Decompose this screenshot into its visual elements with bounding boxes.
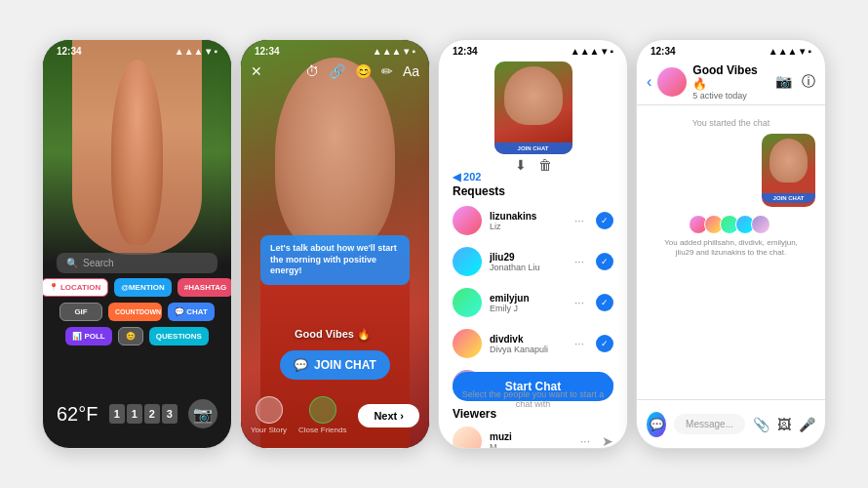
chat-bubble-icon: 💬 — [294, 358, 308, 372]
gif-sticker[interactable]: GIF — [59, 303, 102, 321]
viewer-name-1: M — [490, 442, 572, 450]
viewer-dots[interactable]: ··· — [580, 434, 590, 448]
download-icon[interactable]: ⬇ — [515, 157, 527, 173]
viewer-avatar-1 — [453, 427, 482, 449]
close-friends-item[interactable]: Close Friends — [298, 396, 346, 434]
wifi-icon: ▾ — [206, 46, 211, 57]
viewer-info-1: muzi M — [490, 431, 572, 450]
back-button[interactable]: ‹ — [647, 73, 651, 91]
chat-title-area: Good Vibes 🔥 5 active today — [692, 63, 769, 101]
face-detail — [111, 60, 163, 245]
stickers-grid: 📍 LOCATION @MENTION #HASHTAG GIF COUNTDO… — [53, 278, 221, 351]
tool-icons: ⏱ 🔗 😊 ✏ Aa — [305, 63, 419, 79]
req-dots-4[interactable]: ··· — [574, 337, 584, 350]
req-check-1[interactable]: ✓ — [596, 212, 613, 229]
wifi-icon-2: ▾ — [404, 46, 409, 57]
delete-icon[interactable]: 🗑 — [538, 157, 552, 173]
req-dots-3[interactable]: ··· — [574, 296, 584, 309]
signal-icon: ▲▲▲ — [175, 46, 204, 57]
message-placeholder: Message... — [686, 419, 733, 429]
poll-sticker[interactable]: 📊 POLL — [65, 327, 112, 346]
req-name-1: Liz — [490, 222, 567, 231]
join-chat-button[interactable]: 💬 JOIN CHAT — [280, 350, 390, 380]
link-icon[interactable]: 🔗 — [329, 63, 345, 79]
mic-icon[interactable]: 🎤 — [799, 417, 815, 432]
phone-2-story-editor: 12:34 ▲▲▲ ▾ ▪ ✕ ⏱ 🔗 😊 ✏ Aa Let's talk ab… — [240, 39, 430, 449]
member-av-5 — [751, 215, 770, 234]
wifi-icon-3: ▾ — [602, 46, 607, 57]
req-info-4: divdivk Divya Kanapuli — [490, 334, 567, 354]
questions-sticker[interactable]: QUESTIONS — [149, 327, 209, 346]
req-check-2[interactable]: ✓ — [596, 253, 613, 270]
your-story-label: Your Story — [251, 426, 287, 434]
status-icons-1: ▲▲▲ ▾ ▪ — [175, 46, 217, 57]
timer-icon[interactable]: ⏱ — [305, 63, 319, 79]
image-icon[interactable]: 🖼 — [777, 417, 791, 432]
attachment-icon[interactable]: 📎 — [753, 417, 769, 432]
chat-name: Good Vibes 🔥 — [692, 63, 769, 91]
chat-group-avatar — [657, 67, 687, 97]
countdown-sticker[interactable]: COUNTDOWN — [108, 303, 162, 321]
your-story-item[interactable]: Your Story — [251, 396, 287, 434]
chat-active-status: 5 active today — [692, 91, 769, 101]
time-tiles: 1 1 2 3 — [109, 404, 178, 424]
phone-3-requests: 12:34 ▲▲▲ ▾ ▪ JOIN CHAT ⬇ 🗑 ◀ 202 Reques… — [438, 39, 628, 449]
phone-1-sticker-picker: 12:34 ▲▲▲ ▾ ▪ 🔍 Search 📍 LOCATION @MENTI… — [42, 39, 232, 449]
signal-icon-3: ▲▲▲ — [571, 46, 600, 57]
time-1: 12:34 — [57, 46, 82, 57]
phone1-bottom: 62°F 1 1 2 3 📷 — [57, 399, 217, 428]
req-name-4: Divya Kanapuli — [490, 345, 567, 354]
chat-input-icons: 📎 🖼 🎤 — [753, 417, 815, 432]
draw-icon[interactable]: ✏ — [381, 63, 393, 79]
req-dots-2[interactable]: ··· — [574, 255, 584, 268]
emoji-sticker[interactable]: 😊 — [118, 327, 143, 346]
sticker-icon[interactable]: 😊 — [355, 63, 372, 79]
close-icon[interactable]: ✕ — [251, 63, 262, 79]
story-text-sticker: Let's talk about how we'll start the mor… — [260, 235, 410, 285]
time-2: 12:34 — [255, 46, 280, 57]
battery-icon: ▪ — [214, 46, 217, 57]
join-chat-overlay: JOIN CHAT — [762, 193, 815, 203]
req-avatar-1 — [453, 206, 482, 235]
next-button[interactable]: Next › — [358, 404, 419, 427]
req-dots-1[interactable]: ··· — [574, 214, 584, 227]
views-count: ◀ 202 — [453, 171, 481, 183]
text-icon[interactable]: Aa — [403, 63, 419, 79]
req-check-4[interactable]: ✓ — [596, 335, 613, 352]
sticker-row-2: GIF COUNTDOWN 💬 CHAT — [53, 303, 221, 321]
good-vibes-sticker: Good Vibes 🔥 — [295, 328, 371, 341]
hashtag-sticker[interactable]: #HASHTAG — [178, 278, 232, 297]
status-icons-2: ▲▲▲ ▾ ▪ — [373, 46, 415, 57]
time-3: 12:34 — [453, 46, 478, 57]
viewer-item-1: muzi M ··· ➤ — [439, 423, 627, 449]
req-avatar-3 — [453, 288, 482, 317]
story-tools: ✕ ⏱ 🔗 😊 ✏ Aa — [251, 63, 419, 79]
req-username-4: divdivk — [490, 334, 567, 345]
location-sticker[interactable]: 📍 LOCATION — [42, 278, 108, 297]
screenshots-container: 12:34 ▲▲▲ ▾ ▪ 🔍 Search 📍 LOCATION @MENTI… — [22, 20, 846, 468]
request-item-2: jliu29 Jonathan Liu ··· ✓ — [439, 241, 627, 282]
req-avatar-2 — [453, 247, 482, 276]
chat-body: You started the chat JOIN CHAT You added… — [637, 108, 825, 399]
send-icon[interactable]: ➤ — [602, 433, 613, 449]
info-icon[interactable]: ⓘ — [802, 73, 815, 91]
camera-button[interactable]: 📷 — [188, 399, 217, 428]
chat-sticker[interactable]: 💬 CHAT — [168, 303, 215, 321]
req-username-3: emilyjun — [490, 293, 567, 304]
mention-sticker[interactable]: @MENTION — [114, 278, 172, 297]
message-input[interactable]: Message... — [674, 414, 745, 434]
close-friends-label: Close Friends — [298, 426, 346, 434]
req-info-2: jliu29 Jonathan Liu — [490, 252, 567, 272]
req-check-3[interactable]: ✓ — [596, 294, 613, 311]
story-thumbnail: JOIN CHAT ⬇ 🗑 — [494, 61, 572, 159]
battery-icon-2: ▪ — [412, 46, 415, 57]
request-item-4: divdivk Divya Kanapuli ··· ✓ — [439, 323, 627, 364]
face-area — [72, 40, 202, 255]
messenger-icon: 💬 — [647, 412, 666, 437]
chat-face — [769, 139, 808, 183]
video-icon[interactable]: 📷 — [775, 73, 792, 91]
sticker-search-bar[interactable]: 🔍 Search — [57, 253, 217, 273]
req-info-3: emilyjun Emily J — [490, 293, 567, 313]
chat-story-bubble: JOIN CHAT — [637, 134, 825, 207]
digit-2: 1 — [127, 404, 142, 424]
